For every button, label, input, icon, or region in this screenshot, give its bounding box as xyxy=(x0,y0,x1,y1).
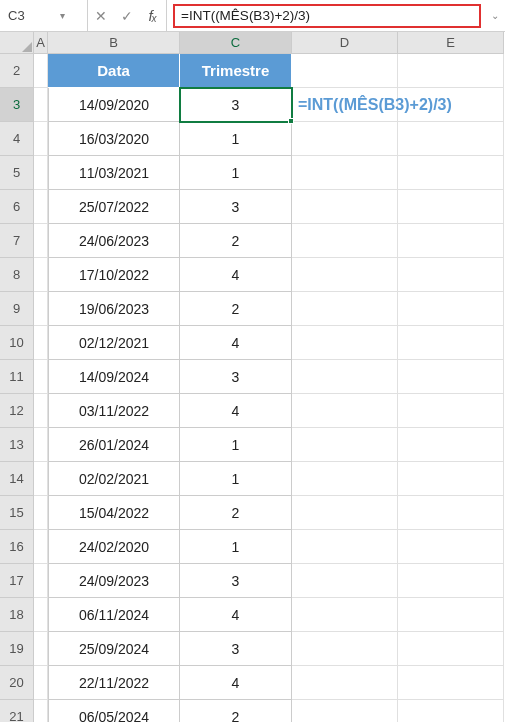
cell-tri[interactable]: 4 xyxy=(180,326,292,360)
row-header[interactable]: 4 xyxy=(0,122,34,156)
cell[interactable] xyxy=(34,598,48,632)
cell-data[interactable]: 17/10/2022 xyxy=(48,258,180,292)
cell[interactable] xyxy=(398,632,504,666)
fx-icon[interactable]: fx xyxy=(140,7,166,24)
cell[interactable] xyxy=(292,326,398,360)
row-header[interactable]: 19 xyxy=(0,632,34,666)
cell[interactable] xyxy=(34,462,48,496)
cell[interactable] xyxy=(398,292,504,326)
fill-handle[interactable] xyxy=(288,118,294,124)
cell[interactable] xyxy=(34,394,48,428)
cell-data[interactable]: 02/12/2021 xyxy=(48,326,180,360)
cell-tri[interactable]: 4 xyxy=(180,394,292,428)
cell[interactable] xyxy=(398,564,504,598)
cell-data[interactable]: 24/09/2023 xyxy=(48,564,180,598)
cell[interactable] xyxy=(292,360,398,394)
cell[interactable] xyxy=(292,564,398,598)
cell-tri[interactable]: 3 xyxy=(180,564,292,598)
cell[interactable] xyxy=(398,190,504,224)
cell[interactable] xyxy=(34,88,48,122)
enter-icon[interactable]: ✓ xyxy=(114,8,140,24)
row-header[interactable]: 3 xyxy=(0,88,34,122)
row-header[interactable]: 14 xyxy=(0,462,34,496)
cell-tri[interactable]: 2 xyxy=(180,700,292,722)
row-header[interactable]: 8 xyxy=(0,258,34,292)
col-header-B[interactable]: B xyxy=(48,32,180,54)
cell[interactable] xyxy=(292,224,398,258)
cell-tri[interactable]: 4 xyxy=(180,258,292,292)
cell[interactable] xyxy=(34,190,48,224)
cell[interactable] xyxy=(292,54,398,88)
cell[interactable] xyxy=(292,190,398,224)
cell[interactable] xyxy=(34,564,48,598)
cell[interactable] xyxy=(34,122,48,156)
cell[interactable] xyxy=(34,428,48,462)
cell-data[interactable]: 02/02/2021 xyxy=(48,462,180,496)
cell[interactable] xyxy=(34,530,48,564)
col-header-E[interactable]: E xyxy=(398,32,504,54)
cell-data[interactable]: 14/09/2024 xyxy=(48,360,180,394)
cell[interactable] xyxy=(292,462,398,496)
active-cell[interactable]: 3 xyxy=(180,88,292,122)
row-header[interactable]: 2 xyxy=(0,54,34,88)
row-header[interactable]: 20 xyxy=(0,666,34,700)
cell[interactable] xyxy=(34,54,48,88)
cell[interactable] xyxy=(398,666,504,700)
cell[interactable] xyxy=(292,258,398,292)
cell[interactable] xyxy=(292,394,398,428)
row-header[interactable]: 16 xyxy=(0,530,34,564)
cell-data[interactable]: 16/03/2020 xyxy=(48,122,180,156)
row-header[interactable]: 11 xyxy=(0,360,34,394)
cell-tri[interactable]: 3 xyxy=(180,190,292,224)
row-header[interactable]: 10 xyxy=(0,326,34,360)
cell-tri[interactable]: 1 xyxy=(180,428,292,462)
cell[interactable] xyxy=(292,292,398,326)
cell[interactable] xyxy=(292,122,398,156)
chevron-down-icon[interactable]: ▾ xyxy=(56,10,69,21)
cell[interactable] xyxy=(34,224,48,258)
cell[interactable] xyxy=(292,666,398,700)
cell-tri[interactable]: 3 xyxy=(180,360,292,394)
cell[interactable] xyxy=(398,530,504,564)
cell[interactable] xyxy=(34,156,48,190)
cell-tri[interactable]: 4 xyxy=(180,666,292,700)
cell[interactable] xyxy=(292,700,398,722)
cell-data[interactable]: 14/09/2020 xyxy=(48,88,180,122)
col-header-D[interactable]: D xyxy=(292,32,398,54)
cell-tri[interactable]: 1 xyxy=(180,122,292,156)
cell-tri[interactable]: 2 xyxy=(180,496,292,530)
cell-data[interactable]: 06/11/2024 xyxy=(48,598,180,632)
cell[interactable] xyxy=(292,428,398,462)
cell[interactable] xyxy=(398,224,504,258)
row-header[interactable]: 15 xyxy=(0,496,34,530)
cell-tri[interactable]: 1 xyxy=(180,462,292,496)
cell[interactable] xyxy=(398,360,504,394)
cell[interactable] xyxy=(34,666,48,700)
col-header-A[interactable]: A xyxy=(34,32,48,54)
cell[interactable] xyxy=(292,530,398,564)
header-data[interactable]: Data xyxy=(48,54,180,88)
cell[interactable] xyxy=(34,292,48,326)
cell-tri[interactable]: 2 xyxy=(180,224,292,258)
cell-tri[interactable]: 2 xyxy=(180,292,292,326)
cell[interactable] xyxy=(398,122,504,156)
row-header[interactable]: 5 xyxy=(0,156,34,190)
cell[interactable] xyxy=(292,598,398,632)
row-header[interactable]: 9 xyxy=(0,292,34,326)
cell[interactable] xyxy=(398,326,504,360)
cell[interactable] xyxy=(34,326,48,360)
row-header[interactable]: 13 xyxy=(0,428,34,462)
cell[interactable] xyxy=(292,496,398,530)
cell[interactable] xyxy=(398,156,504,190)
col-header-C[interactable]: C xyxy=(180,32,292,54)
cell-data[interactable]: 11/03/2021 xyxy=(48,156,180,190)
header-trimestre[interactable]: Trimestre xyxy=(180,54,292,88)
cell-tri[interactable]: 1 xyxy=(180,156,292,190)
cell[interactable] xyxy=(398,88,504,122)
cell[interactable] xyxy=(398,258,504,292)
cell-tri[interactable]: 4 xyxy=(180,598,292,632)
formula-input[interactable] xyxy=(173,4,481,28)
cell-data[interactable]: 19/06/2023 xyxy=(48,292,180,326)
row-header[interactable]: 17 xyxy=(0,564,34,598)
row-header[interactable]: 12 xyxy=(0,394,34,428)
